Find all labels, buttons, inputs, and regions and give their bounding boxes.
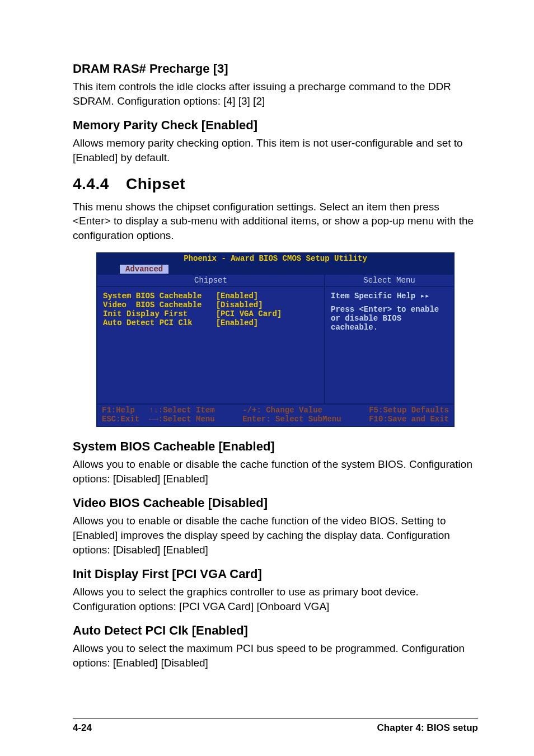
bios-pane-title-right: Select Menu — [325, 275, 453, 286]
text-chipset: This menu shows the chipset configuratio… — [73, 200, 478, 243]
heading-dram: DRAM RAS# Precharge [3] — [73, 62, 478, 76]
page-footer: 4-24 Chapter 4: BIOS setup — [73, 719, 478, 734]
bios-keys-col3: F5:Setup Defaults F10:Save and Exit — [369, 406, 449, 424]
text-dram: This item controls the idle clocks after… — [73, 79, 478, 108]
manual-page: DRAM RAS# Precharge [3] This item contro… — [0, 0, 534, 756]
heading-init: Init Display First [PCI VGA Card] — [73, 567, 478, 581]
bios-column-headers: Chipset Select Menu — [97, 274, 453, 287]
heading-chipset: 4.4.4Chipset — [73, 175, 478, 193]
bios-key-legend: F1:Help ↑↓:Select Item ESC:Exit ←→:Selec… — [97, 405, 453, 426]
section-number: 4.4.4 — [73, 175, 126, 193]
text-autodet: Allows you to select the maximum PCI bus… — [73, 641, 478, 670]
text-parity: Allows memory parity checking option. Th… — [73, 136, 478, 165]
heading-vidbios: Video BIOS Cacheable [Disabled] — [73, 496, 478, 510]
bios-keys-col1: F1:Help ↑↓:Select Item ESC:Exit ←→:Selec… — [102, 406, 215, 424]
bios-help-pane: Item Specific Help ▸▸ Press <Enter> to e… — [325, 287, 453, 403]
chapter-label: Chapter 4: BIOS setup — [377, 722, 478, 734]
bios-settings-list[interactable]: System BIOS Cacheable [Enabled] Video BI… — [97, 287, 325, 403]
text-vidbios: Allows you to enable or disable the cach… — [73, 514, 478, 557]
bios-help-text: Press <Enter> to enable or disable BIOS … — [331, 305, 448, 332]
bios-pane-title-left: Chipset — [97, 275, 325, 286]
heading-autodet: Auto Detect PCI Clk [Enabled] — [73, 623, 478, 638]
section-title: Chipset — [126, 175, 185, 192]
heading-sysbios: System BIOS Cacheable [Enabled] — [73, 439, 478, 454]
bios-help-title: Item Specific Help ▸▸ — [331, 292, 448, 300]
text-sysbios: Allows you to enable or disable the cach… — [73, 457, 478, 486]
heading-parity: Memory Parity Check [Enabled] — [73, 118, 478, 133]
text-init: Allows you to select the graphics contro… — [73, 585, 478, 613]
bios-title-bar: Phoenix - Award BIOS CMOS Setup Utility — [97, 253, 453, 264]
bios-screenshot: Phoenix - Award BIOS CMOS Setup Utility … — [96, 252, 455, 426]
page-number: 4-24 — [73, 722, 92, 734]
bios-keys-col2: -/+: Change Value Enter: Select SubMenu — [242, 406, 341, 424]
bios-active-tab[interactable]: Advanced — [120, 265, 168, 274]
bios-tab-bar: Advanced — [97, 265, 453, 274]
